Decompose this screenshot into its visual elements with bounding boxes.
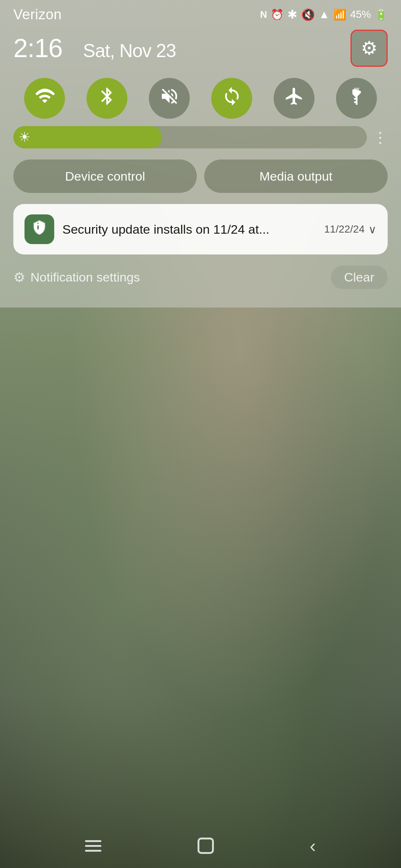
media-output-label: Media output bbox=[260, 169, 333, 184]
brightness-more-icon[interactable]: ⋮ bbox=[373, 129, 388, 146]
date-text: Sat, Nov 23 bbox=[83, 40, 176, 61]
device-control-button[interactable]: Device control bbox=[13, 160, 197, 193]
time-text: 2:16 bbox=[13, 34, 62, 63]
mute-toggle-icon bbox=[159, 86, 180, 111]
wifi-status-icon: ▲ bbox=[319, 8, 330, 21]
time-display: 2:16 Sat, Nov 23 bbox=[13, 34, 176, 63]
nav-line-2 bbox=[85, 845, 101, 847]
wifi-toggle[interactable] bbox=[24, 78, 65, 119]
mute-status-icon: 🔇 bbox=[301, 8, 315, 21]
flashlight-toggle-icon bbox=[346, 86, 367, 111]
notification-card[interactable]: Security update installs on 11/24 at... … bbox=[13, 204, 388, 254]
wifi-toggle-icon bbox=[35, 86, 55, 111]
clear-label: Clear bbox=[344, 270, 374, 284]
status-bar: Verizon N ⏰ ✱ 🔇 ▲ 📶 45% 🔋 bbox=[0, 0, 401, 26]
flashlight-toggle[interactable] bbox=[336, 78, 377, 119]
sound-toggle[interactable] bbox=[149, 78, 190, 119]
notification-settings-gear-icon: ⚙ bbox=[13, 270, 25, 285]
datetime-display: 2:16 Sat, Nov 23 bbox=[13, 33, 176, 63]
notification-settings-row: ⚙ Notification settings Clear bbox=[0, 262, 401, 296]
bluetooth-toggle-icon bbox=[97, 86, 117, 111]
notification-settings-label[interactable]: Notification settings bbox=[30, 270, 140, 285]
carrier-label: Verizon bbox=[13, 7, 62, 23]
airplane-toggle[interactable] bbox=[274, 78, 314, 119]
brightness-row: ☀ ⋮ bbox=[0, 126, 401, 156]
navigation-bar: ‹ bbox=[0, 823, 401, 868]
quick-toggles-row bbox=[0, 74, 401, 126]
gear-icon: ⚙ bbox=[361, 37, 378, 59]
datetime-row: 2:16 Sat, Nov 23 ⚙ bbox=[0, 26, 401, 74]
sync-toggle-icon bbox=[222, 86, 242, 111]
recents-button[interactable] bbox=[85, 840, 101, 852]
brightness-fill: ☀ bbox=[13, 126, 162, 148]
airplane-toggle-icon bbox=[284, 86, 304, 111]
back-button[interactable]: ‹ bbox=[310, 835, 316, 857]
sync-toggle[interactable] bbox=[211, 78, 252, 119]
notification-meta: 11/22/24 ∨ bbox=[324, 223, 376, 236]
notification-app-icon bbox=[25, 214, 54, 244]
media-output-button[interactable]: Media output bbox=[204, 160, 388, 193]
control-buttons-row: Device control Media output bbox=[0, 156, 401, 200]
bluetooth-toggle[interactable] bbox=[87, 78, 127, 119]
battery-label: 45% bbox=[350, 9, 371, 20]
notification-shade: Verizon N ⏰ ✱ 🔇 ▲ 📶 45% 🔋 2:16 Sat, Nov … bbox=[0, 0, 401, 308]
nav-line-1 bbox=[85, 840, 101, 842]
settings-button[interactable]: ⚙ bbox=[351, 30, 388, 67]
security-update-icon bbox=[31, 219, 48, 239]
device-control-label: Device control bbox=[65, 169, 145, 184]
nfc-icon: N bbox=[260, 9, 267, 20]
battery-icon: 🔋 bbox=[375, 9, 388, 21]
alarm-icon: ⏰ bbox=[271, 9, 284, 21]
bluetooth-status-icon: ✱ bbox=[287, 7, 297, 22]
notification-expand-icon[interactable]: ∨ bbox=[368, 223, 376, 236]
signal-icon: 📶 bbox=[333, 9, 346, 21]
notification-date: 11/22/24 bbox=[324, 223, 365, 235]
brightness-sun-icon: ☀ bbox=[19, 129, 30, 145]
notification-title: Security update installs on 11/24 at... bbox=[62, 222, 270, 236]
status-icons: N ⏰ ✱ 🔇 ▲ 📶 45% 🔋 bbox=[260, 7, 388, 22]
brightness-slider[interactable]: ☀ bbox=[13, 126, 367, 148]
notification-text: Security update installs on 11/24 at... bbox=[62, 222, 316, 237]
home-button[interactable] bbox=[198, 838, 214, 854]
nav-line-3 bbox=[85, 850, 101, 852]
clear-button[interactable]: Clear bbox=[331, 266, 388, 289]
notification-settings-left: ⚙ Notification settings bbox=[13, 270, 140, 285]
